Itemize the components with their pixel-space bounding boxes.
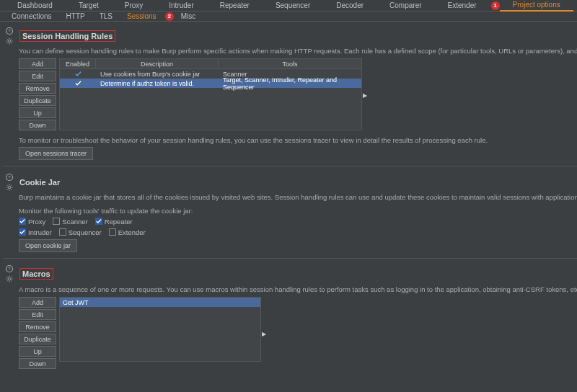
gear-icon[interactable] bbox=[4, 36, 14, 45]
rules-down-button[interactable]: Down bbox=[19, 120, 56, 130]
tab-sequencer[interactable]: Sequencer bbox=[263, 0, 323, 11]
resize-handle-icon[interactable]: ▶ bbox=[261, 297, 267, 370]
rules-header-tools[interactable]: Tools bbox=[219, 59, 361, 68]
main-tab-bar: Dashboard Target Proxy Intruder Repeater… bbox=[0, 0, 577, 12]
cb-intruder[interactable]: Intruder bbox=[19, 228, 52, 236]
open-sessions-tracer-button[interactable]: Open sessions tracer bbox=[19, 147, 93, 160]
cb-proxy[interactable]: Proxy bbox=[19, 218, 45, 226]
svg-text:?: ? bbox=[8, 267, 11, 271]
macros-title: Macros bbox=[19, 268, 53, 280]
rules-header-enabled[interactable]: Enabled bbox=[60, 59, 96, 68]
macros-desc: A macro is a sequence of one or more req… bbox=[19, 285, 577, 294]
tab-decoder[interactable]: Decoder bbox=[323, 0, 376, 11]
tab-repeater[interactable]: Repeater bbox=[207, 0, 263, 11]
cb-sequencer[interactable]: Sequencer bbox=[59, 228, 102, 236]
macros-table: Get JWT bbox=[59, 297, 261, 362]
tab-intruder[interactable]: Intruder bbox=[156, 0, 206, 11]
svg-text:?: ? bbox=[8, 175, 11, 179]
rules-edit-button[interactable]: Edit bbox=[19, 71, 56, 81]
macros-duplicate-button[interactable]: Duplicate bbox=[19, 334, 56, 344]
cb-extender[interactable]: Extender bbox=[109, 228, 146, 236]
help-icon[interactable]: ? bbox=[4, 172, 14, 182]
section-session-rules: ? Session Handling Rules You can define … bbox=[3, 26, 577, 160]
subtab-tls[interactable]: TLS bbox=[92, 12, 120, 21]
rules-table: Enabled Description Tools Use cookies fr… bbox=[59, 58, 362, 130]
tab-dashboard[interactable]: Dashboard bbox=[4, 0, 66, 11]
section-macros: ? Macros A macro is a sequence of one or… bbox=[3, 264, 577, 370]
subtab-sessions[interactable]: Sessions bbox=[120, 12, 164, 21]
svg-point-8 bbox=[8, 277, 11, 280]
cb-repeater[interactable]: Repeater bbox=[95, 218, 133, 226]
macros-up-button[interactable]: Up bbox=[19, 346, 56, 357]
tab-extender[interactable]: Extender bbox=[435, 0, 490, 11]
checkmark-icon bbox=[74, 80, 82, 87]
rules-duplicate-button[interactable]: Duplicate bbox=[19, 95, 56, 106]
tab-project-options[interactable]: Project options bbox=[500, 0, 573, 12]
section-cookie-jar: ? Cookie Jar Burp maintains a cookie jar… bbox=[3, 172, 577, 251]
subtab-misc[interactable]: Misc bbox=[174, 12, 203, 21]
cookie-jar-title: Cookie Jar bbox=[19, 178, 60, 187]
svg-point-2 bbox=[8, 40, 11, 43]
resize-handle-icon[interactable]: ▶ bbox=[362, 58, 368, 132]
rules-row-1[interactable]: Determine if authz token is valid. Targe… bbox=[60, 79, 361, 88]
tab-proxy[interactable]: Proxy bbox=[112, 0, 157, 11]
badge-2: 2 bbox=[165, 12, 174, 21]
subtab-http[interactable]: HTTP bbox=[59, 12, 92, 21]
rules-row-1-desc: Determine if authz token is valid. bbox=[96, 80, 219, 87]
svg-text:?: ? bbox=[8, 29, 11, 33]
cb-scanner[interactable]: Scanner bbox=[53, 218, 87, 226]
subtab-connections[interactable]: Connections bbox=[4, 12, 59, 21]
checkmark-icon bbox=[74, 71, 82, 78]
rules-header-description[interactable]: Description bbox=[96, 59, 219, 68]
macro-row-0[interactable]: Get JWT bbox=[60, 298, 260, 307]
gear-icon[interactable] bbox=[4, 275, 14, 284]
rules-row-1-tools: Target, Scanner, Intruder, Repeater and … bbox=[219, 76, 361, 91]
macros-edit-button[interactable]: Edit bbox=[19, 309, 56, 320]
gear-icon[interactable] bbox=[4, 182, 14, 192]
help-icon[interactable]: ? bbox=[4, 264, 14, 274]
macros-button-column: Add Edit Remove Duplicate Up Down bbox=[19, 297, 56, 370]
tab-target[interactable]: Target bbox=[66, 0, 112, 11]
badge-1: 1 bbox=[491, 1, 500, 10]
macros-remove-button[interactable]: Remove bbox=[19, 321, 56, 332]
help-icon[interactable]: ? bbox=[4, 26, 14, 35]
open-cookie-jar-button[interactable]: Open cookie jar bbox=[19, 239, 77, 252]
macros-down-button[interactable]: Down bbox=[19, 358, 56, 369]
rules-row-0-desc: Use cookies from Burp's cookie jar bbox=[96, 71, 219, 78]
rules-remove-button[interactable]: Remove bbox=[19, 83, 56, 94]
rules-up-button[interactable]: Up bbox=[19, 107, 56, 118]
rules-add-button[interactable]: Add bbox=[19, 58, 56, 69]
rules-button-column: Add Edit Remove Duplicate Up Down bbox=[19, 58, 56, 132]
macros-add-button[interactable]: Add bbox=[19, 297, 56, 308]
sub-tab-bar: Connections HTTP TLS Sessions 2 Misc bbox=[0, 12, 577, 22]
cookie-jar-desc: Burp maintains a cookie jar that stores … bbox=[19, 193, 577, 202]
svg-point-5 bbox=[8, 186, 11, 189]
session-rules-note: To monitor or troubleshoot the behavior … bbox=[19, 136, 577, 144]
session-rules-title: Session Handling Rules bbox=[19, 30, 115, 42]
tab-comparer[interactable]: Comparer bbox=[376, 0, 434, 11]
cookie-jar-monitor-label: Monitor the following tools' traffic to … bbox=[19, 207, 577, 215]
session-rules-desc: You can define session handling rules to… bbox=[19, 47, 577, 55]
